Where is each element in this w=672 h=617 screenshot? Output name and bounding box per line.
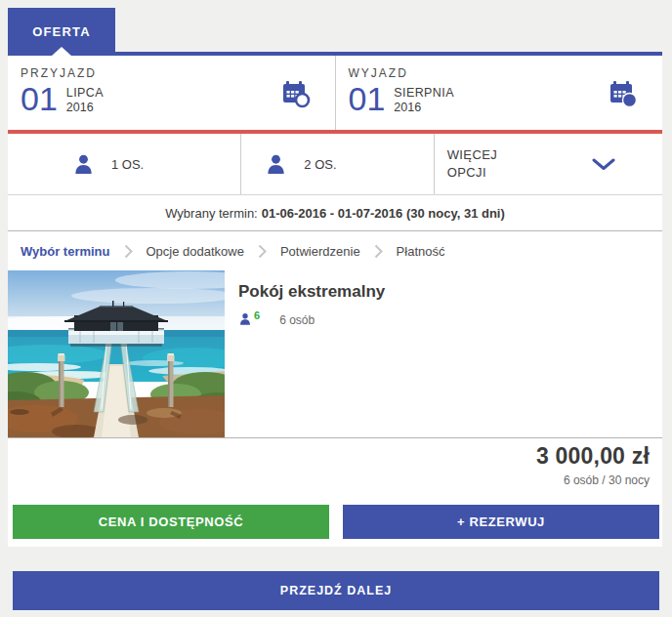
occupancy-option-1-label: 1 OS. — [111, 157, 144, 172]
checkout-calendar-icon[interactable] — [609, 79, 638, 108]
selected-term-bar: Wybrany termin: 01-06-2016 - 01-07-2016 … — [8, 195, 662, 231]
breadcrumb-step-potwierdzenie[interactable]: Potwierdzenie — [280, 244, 360, 259]
departure-label: WYJAZD — [349, 66, 663, 80]
price-block: 3 000,00 zł 6 osób / 30 nocy — [536, 443, 650, 487]
room-price: 3 000,00 zł — [536, 443, 650, 470]
departure-day: 01 — [349, 81, 386, 116]
breadcrumb-step-platnosc[interactable]: Płatność — [397, 244, 445, 259]
chevron-right-icon — [258, 244, 267, 259]
arrival-date-picker[interactable]: PRZYJAZD 01 LIPCA 2016 — [8, 56, 335, 130]
more-options-toggle[interactable]: WIĘCEJ OPCJI — [434, 134, 662, 194]
room-price-detail: 6 osób / 30 nocy — [536, 473, 650, 487]
chevron-right-icon — [374, 244, 383, 259]
room-card: Pokój ekstremalny 6 6 osób 3 000,00 zł 6… — [8, 270, 662, 547]
departure-date-picker[interactable]: WYJAZD 01 SIERPNIA 2016 — [335, 56, 663, 130]
selected-term-prefix: Wybrany termin: — [165, 206, 258, 221]
tab-oferta-label: OFERTA — [32, 24, 91, 39]
arrival-label: PRZYJAZD — [21, 66, 335, 80]
room-capacity: 6 6 osób — [238, 312, 385, 327]
occupancy-option-1[interactable]: 1 OS. — [8, 134, 240, 194]
occupancy-option-2[interactable]: 2 OS. — [240, 134, 433, 194]
selected-term-value: 01-06-2016 - 01-07-2016 (30 nocy, 31 dni… — [262, 206, 505, 221]
room-info: Pokój ekstremalny 6 6 osób — [238, 282, 385, 327]
proceed-button[interactable]: PRZEJDŹ DALEJ — [13, 571, 659, 610]
occupancy-option-2-label: 2 OS. — [304, 157, 336, 172]
booking-page: OFERTA PRZYJAZD 01 LIPCA 2016 — [0, 0, 672, 617]
tab-oferta[interactable]: OFERTA — [8, 8, 115, 56]
tab-active-notch-icon — [52, 47, 71, 56]
breadcrumb-step-opcje-dodatkowe[interactable]: Opcje dodatkowe — [147, 244, 244, 259]
arrival-month: LIPCA — [66, 86, 104, 101]
capacity-text: 6 osób — [279, 313, 315, 327]
person-icon — [238, 312, 252, 326]
room-photo-illustration — [8, 270, 225, 437]
card-divider — [8, 437, 662, 438]
room-photo[interactable] — [8, 270, 225, 437]
person-icon — [265, 153, 287, 176]
departure-year: 2016 — [394, 101, 454, 115]
arrival-day: 01 — [21, 81, 58, 116]
breadcrumb: Wybór terminu Opcje dodatkowe Potwierdze… — [8, 232, 662, 270]
person-icon — [72, 153, 95, 176]
room-actions: CENA I DOSTĘPNOŚĆ + REZERWUJ — [13, 505, 659, 539]
occupancy-row: 1 OS. 2 OS. WIĘCEJ OPCJI — [8, 134, 662, 195]
dates-row: PRZYJAZD 01 LIPCA 2016 — [8, 56, 662, 134]
reserve-button[interactable]: + REZERWUJ — [343, 505, 659, 539]
checkin-calendar-icon[interactable] — [281, 79, 311, 108]
chevron-right-icon — [124, 244, 133, 259]
search-panel: PRZYJAZD 01 LIPCA 2016 — [8, 56, 662, 232]
room-title: Pokój ekstremalny — [238, 282, 385, 302]
availability-button[interactable]: CENA I DOSTĘPNOŚĆ — [13, 505, 329, 539]
more-options-label: WIĘCEJ OPCJI — [447, 146, 498, 181]
arrival-year: 2016 — [66, 101, 104, 115]
chevron-down-icon — [592, 158, 615, 171]
breadcrumb-step-wybor-terminu[interactable]: Wybór terminu — [21, 244, 110, 259]
departure-month: SIERPNIA — [394, 86, 454, 101]
capacity-badge: 6 — [254, 309, 260, 321]
